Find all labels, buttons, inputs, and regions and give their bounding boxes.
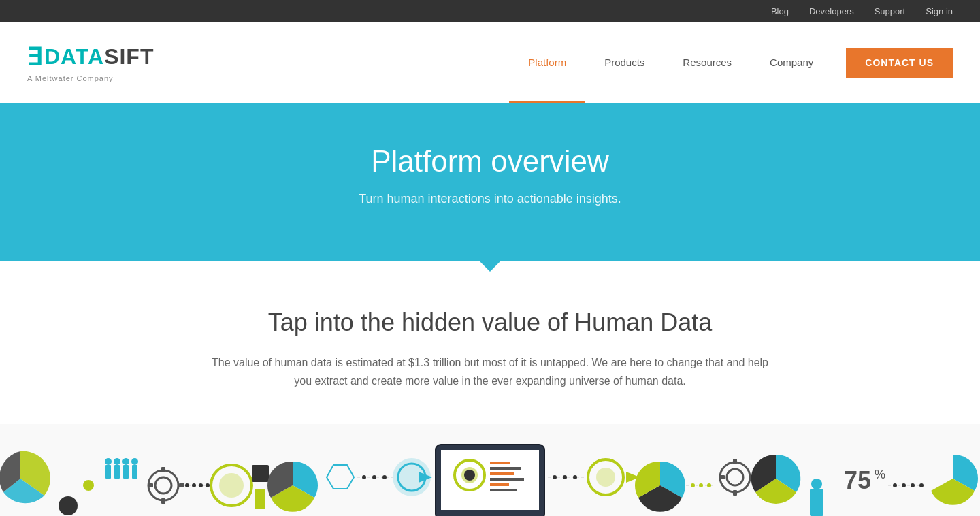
svg-rect-9 — [132, 465, 137, 479]
infographic-strip: 75 % — [0, 424, 980, 516]
hero-arrow — [478, 259, 502, 272]
hero-title: Platform overview — [27, 144, 953, 178]
support-link[interactable]: Support — [875, 6, 906, 16]
svg-rect-44 — [490, 489, 517, 491]
content-section: Tap into the hidden value of Human Data … — [184, 261, 796, 410]
svg-point-2 — [83, 480, 94, 491]
svg-point-23 — [219, 473, 244, 498]
svg-point-49 — [563, 475, 567, 479]
svg-rect-25 — [255, 489, 265, 509]
nav-products[interactable]: Products — [585, 22, 664, 103]
svg-rect-60 — [733, 459, 737, 464]
nav-links: Platform Products Resources Company CONT… — [509, 22, 953, 103]
content-heading: Tap into the hidden value of Human Data — [211, 308, 769, 337]
logo-subtitle: A Meltwater Company — [27, 74, 154, 82]
svg-rect-15 — [179, 483, 184, 487]
logo-text: Ǝ DATA SIFT — [27, 43, 154, 71]
hero-section: Platform overview Turn human interaction… — [0, 103, 980, 261]
infographic-svg: 75 % — [0, 424, 980, 516]
svg-text:75: 75 — [844, 466, 871, 494]
svg-rect-64 — [810, 489, 823, 516]
logo-sift: SIFT — [104, 44, 154, 69]
svg-rect-63 — [719, 475, 725, 479]
logo[interactable]: Ǝ DATA SIFT A Meltwater Company — [27, 43, 154, 82]
svg-rect-40 — [490, 467, 521, 470]
svg-rect-39 — [490, 462, 510, 464]
svg-rect-16 — [148, 483, 153, 487]
svg-point-30 — [382, 475, 387, 479]
svg-point-29 — [372, 475, 376, 479]
svg-point-19 — [192, 483, 196, 487]
svg-point-4 — [105, 458, 112, 465]
content-body: The value of human data is estimated at … — [211, 353, 769, 390]
nav-resources[interactable]: Resources — [664, 22, 751, 103]
infographic-inner: 75 % — [0, 424, 980, 516]
svg-point-10 — [131, 458, 138, 465]
svg-point-20 — [199, 483, 203, 487]
logo-bracket: Ǝ — [27, 43, 43, 71]
blog-link[interactable]: Blog — [771, 6, 789, 16]
svg-point-1 — [59, 496, 78, 515]
svg-point-70 — [902, 483, 906, 487]
svg-point-52 — [596, 468, 615, 487]
svg-point-65 — [811, 479, 822, 489]
svg-rect-61 — [733, 490, 737, 496]
svg-point-28 — [362, 475, 366, 479]
svg-point-8 — [122, 458, 129, 465]
svg-point-55 — [691, 483, 695, 487]
svg-point-50 — [573, 475, 577, 479]
svg-rect-5 — [114, 465, 120, 479]
svg-point-71 — [911, 483, 915, 487]
svg-rect-3 — [105, 465, 111, 479]
svg-point-56 — [699, 483, 703, 487]
svg-point-38 — [464, 470, 475, 481]
signin-link[interactable]: Sign in — [926, 6, 953, 16]
svg-rect-43 — [490, 483, 509, 486]
logo-data: DATA — [44, 44, 104, 69]
nav-company[interactable]: Company — [751, 22, 832, 103]
top-bar: Blog Developers Support Sign in — [0, 0, 980, 22]
svg-point-21 — [206, 483, 210, 487]
developers-link[interactable]: Developers — [809, 6, 854, 16]
svg-point-48 — [553, 475, 557, 479]
svg-rect-24 — [252, 465, 269, 482]
svg-rect-13 — [161, 467, 165, 472]
svg-point-72 — [919, 483, 924, 487]
svg-point-18 — [185, 483, 189, 487]
svg-point-69 — [893, 483, 897, 487]
svg-point-6 — [114, 458, 120, 465]
nav-platform[interactable]: Platform — [509, 22, 585, 103]
main-nav: Ǝ DATA SIFT A Meltwater Company Platform… — [0, 22, 980, 103]
svg-rect-41 — [490, 472, 514, 475]
contact-us-button[interactable]: CONTACT US — [846, 48, 953, 78]
svg-rect-14 — [161, 498, 165, 504]
hero-subtitle: Turn human interactions into actionable … — [27, 192, 953, 206]
svg-text:%: % — [875, 468, 885, 481]
svg-rect-42 — [490, 478, 524, 481]
svg-point-57 — [707, 483, 711, 487]
svg-rect-7 — [123, 465, 129, 479]
